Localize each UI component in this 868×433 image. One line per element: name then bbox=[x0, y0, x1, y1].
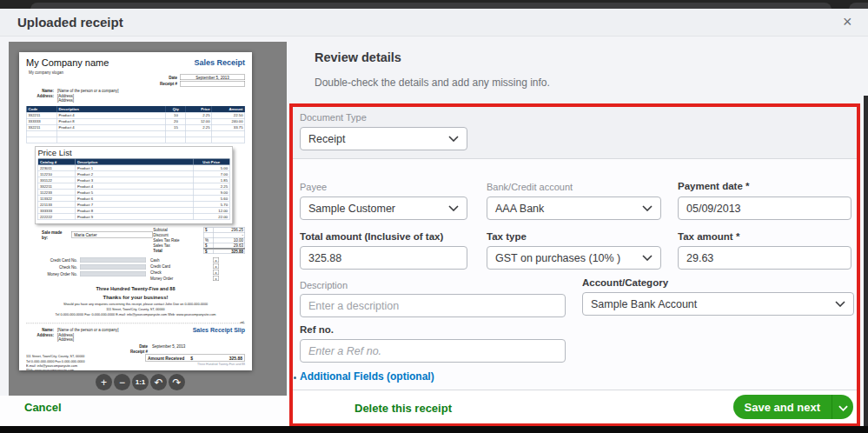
company-slogan: My company slogan bbox=[29, 70, 109, 75]
cell: 12.00 bbox=[194, 208, 230, 214]
cell: 221133 bbox=[38, 202, 76, 208]
table-row: 222222Product 922.00 bbox=[38, 214, 230, 220]
payee-label: Payee bbox=[300, 182, 327, 192]
payment-number-row: Money Order No. bbox=[29, 271, 146, 276]
zoom-in-button[interactable]: + bbox=[96, 374, 112, 390]
chevron-down-icon bbox=[838, 399, 848, 415]
cell: 333333 bbox=[27, 119, 57, 125]
save-options-dropdown[interactable] bbox=[832, 395, 853, 419]
receipt-slip: Name:[Name of the person or a company] A… bbox=[26, 326, 245, 371]
cell: 20 bbox=[166, 119, 186, 125]
save-and-next-split-button: Save and next bbox=[733, 395, 853, 419]
table-row: 333333Product 812.00 bbox=[38, 208, 230, 214]
totals-row: Total$325.88 bbox=[152, 249, 245, 254]
cell: 222222 bbox=[38, 214, 76, 220]
price-list-header-row: Catalog # Description Unit Price bbox=[38, 159, 230, 166]
receipt-no-label: Receipt # bbox=[160, 82, 177, 86]
cell: 2.25 bbox=[186, 113, 212, 119]
receipt-title: Sales Receipt bbox=[194, 58, 245, 68]
cell: 9.00 bbox=[194, 190, 230, 196]
bank-account-select[interactable]: AAA Bank bbox=[487, 197, 661, 220]
cell: 1.85 bbox=[194, 177, 230, 183]
rotate-left-button[interactable]: ↶ bbox=[150, 374, 167, 390]
document-type-select[interactable]: Receipt bbox=[300, 127, 467, 150]
rotate-right-button[interactable]: ↷ bbox=[169, 374, 185, 390]
bottom-black-bar bbox=[0, 426, 868, 433]
ref-no-input[interactable] bbox=[300, 339, 566, 363]
sale-made-by-value: Maria Carter bbox=[71, 231, 152, 238]
receipt-preview-panel: My Company name My company slogan Sales … bbox=[9, 42, 287, 396]
close-icon[interactable]: × bbox=[843, 12, 852, 31]
payment-number-label: Check No. bbox=[29, 265, 77, 270]
cell: Product 4 bbox=[56, 113, 166, 119]
cell: 5.70 bbox=[194, 202, 230, 208]
description-input[interactable] bbox=[300, 294, 566, 317]
company-block: My Company name My company slogan bbox=[26, 57, 109, 75]
cell bbox=[212, 137, 245, 143]
cell: 332211 bbox=[27, 113, 57, 119]
table-row bbox=[27, 137, 246, 143]
page-title: Uploaded receipt bbox=[17, 15, 123, 30]
slip-meta: DateSeptember 5, 2013 Receipt # bbox=[123, 344, 197, 354]
cell: 113322 bbox=[38, 196, 76, 202]
actual-size-button[interactable]: 1:1 bbox=[132, 374, 149, 390]
payment-methods: CashxCredit CardxCheckxMoney Orderx bbox=[150, 257, 245, 282]
cancel-button[interactable]: Cancel bbox=[24, 401, 62, 414]
contact-line: Tel 0-000-000-0000 Fax: 0-000-000-0000 E… bbox=[26, 312, 245, 316]
receipt-meta: Date September 5, 2013 Receipt # bbox=[26, 75, 245, 87]
cell: 5.60 bbox=[194, 196, 230, 202]
window-edge bbox=[864, 96, 868, 426]
cell: Product 9 bbox=[76, 214, 194, 220]
payment-method-label: Money Order bbox=[150, 276, 213, 281]
table-row: 221133Product 75.70 bbox=[38, 202, 230, 208]
tax-amount-input[interactable] bbox=[678, 246, 851, 270]
cell: 12.00 bbox=[186, 119, 212, 125]
browser-tab-bar-right bbox=[849, 3, 868, 9]
payment-date-input[interactable] bbox=[678, 197, 851, 220]
tax-type-select[interactable]: GST on purchases (10% ) bbox=[487, 246, 661, 270]
cell bbox=[166, 137, 186, 143]
table-row: 332211Product 4102.2522.50 bbox=[27, 113, 246, 119]
table-row: 112210Product 27.00 bbox=[38, 171, 230, 177]
cell: 10 bbox=[166, 113, 186, 119]
receipt-no-value bbox=[180, 81, 245, 87]
cell: 7.00 bbox=[194, 171, 230, 177]
cell: Product 4 bbox=[56, 125, 166, 131]
account-category-select[interactable]: Sample Bank Account bbox=[582, 292, 854, 316]
account-category-label: Account/Category bbox=[582, 277, 668, 288]
chevron-down-icon bbox=[448, 205, 459, 211]
cut-line: ✂ bbox=[26, 318, 245, 323]
address-line: 111 Street, Town/City, County, ST, 00000 bbox=[26, 307, 245, 311]
additional-fields-link[interactable]: Additional Fields (optional) bbox=[300, 370, 434, 383]
cell: Product 1 bbox=[76, 165, 194, 171]
chevron-down-icon bbox=[642, 255, 653, 261]
items-table: Code Description Qty Price Amount 332211… bbox=[26, 106, 245, 143]
date-value: September 5, 2013 bbox=[180, 75, 245, 81]
cell bbox=[27, 137, 57, 143]
delete-receipt-button[interactable]: Delete this receipt bbox=[354, 402, 452, 415]
description-label: Description bbox=[300, 280, 348, 290]
receipt-items-body: 332211Product 4102.2522.50333333Product … bbox=[27, 113, 246, 143]
zoom-out-button[interactable]: − bbox=[114, 374, 130, 390]
amount-in-words: Three Hundred Twenty-Five and 88 bbox=[26, 286, 245, 291]
cell: Product 8 bbox=[76, 208, 194, 214]
payment-numbers: Credit Card No.Check No.Money Order No. bbox=[29, 257, 146, 282]
total-amount-label: Total amount (Inclusive of tax) bbox=[300, 231, 443, 242]
additional-fields-bullet bbox=[294, 376, 296, 379]
payment-method-checkbox: x bbox=[213, 257, 219, 263]
payment-number-box bbox=[80, 264, 146, 270]
cell: Product 2 bbox=[76, 171, 194, 177]
cell bbox=[186, 131, 212, 137]
total-amount-input[interactable] bbox=[300, 246, 467, 270]
table-row: 223011Product 15.00 bbox=[38, 165, 230, 171]
slip-footer-line: Web: www.yourcompanysite.com bbox=[26, 368, 85, 370]
totals-table: Subtotal$296.25Discount-Sales Tax Rate%1… bbox=[152, 228, 245, 254]
save-and-next-button[interactable]: Save and next bbox=[733, 395, 832, 419]
payee-select[interactable]: Sample Customer bbox=[300, 197, 467, 220]
form-footer-bar: Delete this receipt Save and next bbox=[293, 390, 857, 423]
price-list-body: 223011Product 15.00112210Product 27.0033… bbox=[38, 165, 230, 220]
cell: 22.00 bbox=[194, 214, 230, 220]
payment-method-label: Cash bbox=[150, 258, 213, 263]
cell: 333333 bbox=[38, 208, 76, 214]
browser-chrome bbox=[0, 0, 868, 9]
